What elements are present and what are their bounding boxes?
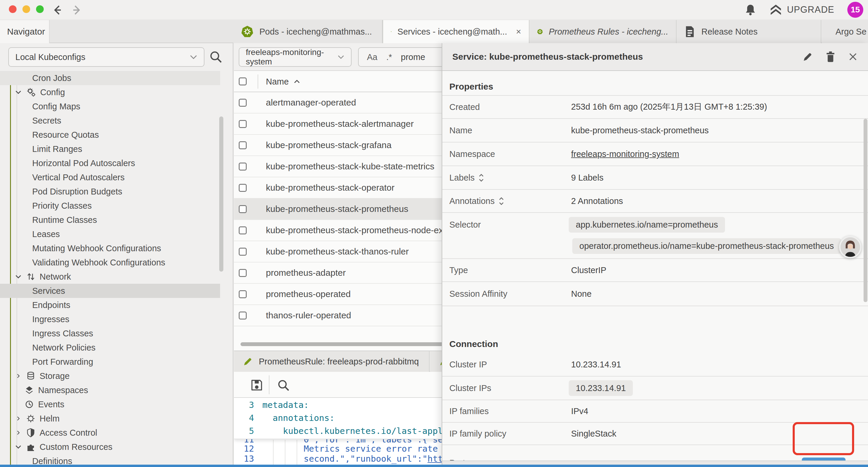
row-checkbox[interactable]: [239, 163, 247, 171]
row-checkbox[interactable]: [239, 99, 247, 107]
titlebar: UPGRADE 15: [0, 0, 868, 20]
sidebar-item-secrets[interactable]: Secrets: [0, 114, 220, 128]
sidebar-item-storage[interactable]: Storage: [0, 369, 220, 383]
sidebar-item-limit-ranges[interactable]: Limit Ranges: [0, 142, 220, 156]
upgrade-button[interactable]: UPGRADE: [769, 4, 834, 16]
sidebar-item-cron-jobs[interactable]: Cron Jobs: [0, 71, 220, 85]
sidebar-item-priority-classes[interactable]: Priority Classes: [0, 199, 220, 213]
sidebar-item-namespaces[interactable]: Namespaces: [0, 383, 220, 397]
sidebar-item-network-policies[interactable]: Network Policies: [0, 341, 220, 355]
sidebar-item-pod-disruption-budgets[interactable]: Pod Disruption Budgets: [0, 184, 220, 199]
namespace-row: Namespace freeleaps-monitoring-system: [442, 143, 868, 166]
sidebar-item-definitions[interactable]: Definitions: [0, 454, 220, 465]
close-icon[interactable]: [848, 52, 858, 62]
sidebar-item-validating-webhook-configurations[interactable]: Validating Webhook Configurations: [0, 255, 220, 269]
regex-icon[interactable]: .*: [386, 52, 392, 62]
sidebar-item-events[interactable]: Events: [0, 397, 220, 411]
row-checkbox[interactable]: [239, 290, 247, 298]
notification-count-badge[interactable]: 15: [847, 2, 863, 18]
resource-tree: Cron Jobs Config Config Maps Secrets Res…: [0, 71, 233, 465]
detail-scrollbar[interactable]: [864, 119, 867, 302]
puzzle-icon: [26, 442, 35, 451]
select-all-checkbox[interactable]: [239, 78, 247, 85]
chevron-down-icon: [15, 90, 22, 95]
detail-horizontal-scrollbar[interactable]: [442, 461, 868, 465]
tab-services-active[interactable]: Services - icecheng@math... ×: [382, 20, 529, 43]
namespace-link[interactable]: freeleaps-monitoring-system: [571, 149, 679, 159]
kubernetes-icon: [391, 25, 392, 38]
sidebar-search-icon[interactable]: [209, 50, 223, 64]
row-checkbox[interactable]: [239, 248, 247, 256]
close-window-button[interactable]: [9, 5, 17, 13]
sidebar-item-ingress-classes[interactable]: Ingress Classes: [0, 326, 220, 341]
sidebar-item-config[interactable]: Config: [0, 85, 220, 99]
layers-icon: [25, 385, 34, 395]
sidebar-item-services[interactable]: Services: [0, 284, 220, 298]
sidebar-item-custom-resources[interactable]: Custom Resources: [0, 440, 220, 454]
sidebar-item-network[interactable]: Network: [0, 269, 220, 284]
row-checkbox[interactable]: [239, 141, 247, 149]
zoom-window-button[interactable]: [36, 5, 44, 13]
editor-tab-prometheusrule[interactable]: PrometheusRule: freeleaps-prod-rabbitmq: [234, 351, 430, 372]
sidebar-item-leases[interactable]: Leases: [0, 227, 220, 241]
sidebar-item-endpoints[interactable]: Endpoints: [0, 298, 220, 312]
row-checkbox[interactable]: [239, 120, 247, 128]
tab-strip: Navigator Pods - icecheng@mathmas... Ser…: [0, 20, 868, 43]
namespace-select[interactable]: freeleaps-monitoring-system: [239, 47, 351, 67]
forward-button[interactable]: Forward...: [802, 458, 845, 461]
upgrade-chevrons-icon: [769, 4, 782, 16]
sidebar-item-config-maps[interactable]: Config Maps: [0, 99, 220, 114]
row-checkbox[interactable]: [239, 205, 247, 213]
sidebar-item-vertical-pod-autoscalers[interactable]: Vertical Pod Autoscalers: [0, 170, 220, 184]
navigator-panel-tab[interactable]: Navigator: [0, 20, 50, 43]
type-row: Type ClusterIP: [442, 259, 868, 282]
sidebar-item-horizontal-pod-autoscalers[interactable]: Horizontal Pod Autoscalers: [0, 156, 220, 170]
row-checkbox[interactable]: [239, 312, 247, 320]
edit-pencil-icon[interactable]: [802, 52, 813, 62]
cluster-ips-row: Cluster IPs 10.233.14.91: [442, 377, 868, 400]
sidebar-item-mutating-webhook-configurations[interactable]: Mutating Webhook Configurations: [0, 241, 220, 255]
match-case-icon[interactable]: Aa: [367, 52, 377, 62]
row-checkbox[interactable]: [239, 269, 247, 277]
sidebar-item-runtime-classes[interactable]: Runtime Classes: [0, 213, 220, 227]
minimize-window-button[interactable]: [23, 5, 30, 13]
window-accent-bar: [0, 465, 868, 467]
cluster-ip-row: Cluster IP 10.233.14.91: [442, 353, 868, 377]
sidebar-item-helm[interactable]: Helm: [0, 411, 220, 426]
shield-icon: [26, 428, 35, 437]
forward-arrow-icon[interactable]: [70, 4, 83, 17]
sidebar-item-access-control[interactable]: Access Control: [0, 426, 220, 440]
ip-families-row: IP families IPv4: [442, 400, 868, 423]
notifications-bell-icon[interactable]: [745, 3, 756, 16]
name-column-header[interactable]: Name: [266, 71, 301, 92]
back-arrow-icon[interactable]: [51, 4, 64, 17]
user-avatar[interactable]: [839, 236, 862, 258]
row-checkbox[interactable]: [239, 226, 247, 234]
close-tab-icon[interactable]: ×: [516, 27, 521, 37]
created-row: Created 253d 16h 6m ago (2025年1月13日 GMT+…: [442, 95, 868, 119]
sidebar-item-ingresses[interactable]: Ingresses: [0, 312, 220, 326]
detail-title: Service: kube-prometheus-stack-prometheu…: [452, 52, 643, 62]
kubeconfig-select[interactable]: Local Kubeconfigs: [8, 47, 205, 67]
tab-pods[interactable]: Pods - icecheng@mathmas...: [234, 20, 382, 43]
navigator-sidebar: Local Kubeconfigs Cron Jobs Config Confi…: [0, 43, 234, 465]
annotations-row[interactable]: Annotations 2 Annotations: [442, 190, 868, 213]
chevron-right-icon: [15, 374, 22, 378]
kubernetes-icon: [241, 25, 253, 38]
save-icon[interactable]: [250, 378, 264, 392]
editor-search-icon[interactable]: [277, 379, 290, 392]
database-icon: [26, 371, 35, 381]
row-checkbox[interactable]: [239, 184, 247, 192]
clock-icon: [25, 400, 34, 409]
labels-row[interactable]: Labels 9 Labels: [442, 166, 868, 190]
name-row: Name kube-prometheus-stack-prometheus: [442, 119, 868, 143]
chevron-down-icon: [337, 55, 344, 59]
sidebar-scrollbar[interactable]: [219, 116, 223, 272]
delete-trash-icon[interactable]: [826, 51, 836, 62]
tab-argo[interactable]: Argo Se: [822, 20, 868, 43]
tab-prometheus-rules[interactable]: Prometheus Rules - icecheng...: [529, 20, 677, 43]
sidebar-item-port-forwarding[interactable]: Port Forwarding: [0, 355, 220, 369]
sidebar-item-resource-quotas[interactable]: Resource Quotas: [0, 128, 220, 142]
search-value: prome: [401, 52, 425, 62]
tab-release-notes[interactable]: Release Notes: [677, 20, 821, 43]
